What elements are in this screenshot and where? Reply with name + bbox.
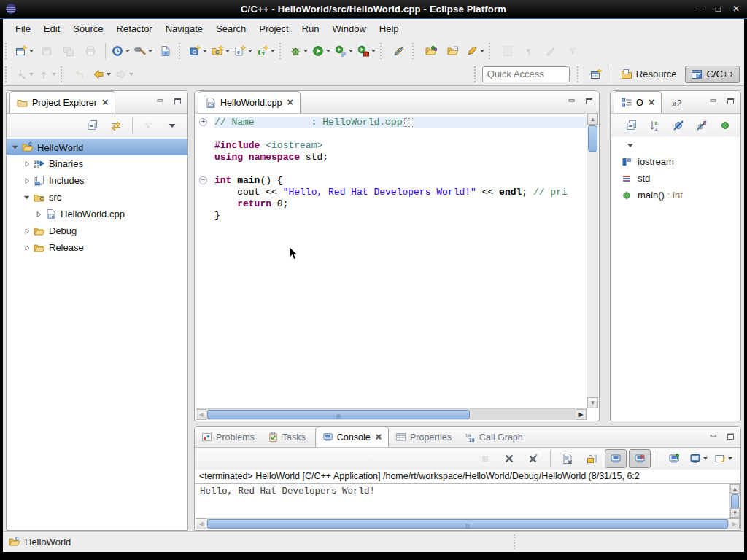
collapse-arrow-icon[interactable] — [21, 193, 33, 202]
tab-console[interactable]: Console❌︎ — [315, 427, 389, 447]
g-wizard-button[interactable]: G — [255, 42, 277, 61]
pin-console-button[interactable] — [663, 449, 685, 468]
view-stack-overflow[interactable]: »2 — [672, 98, 681, 113]
toolbar-gripper[interactable] — [279, 43, 285, 59]
outline-item-main[interactable]: main() : int — [611, 187, 740, 203]
binary-file-button[interactable]: 010 — [155, 42, 177, 61]
expand-arrow-icon[interactable] — [21, 244, 33, 252]
close-icon[interactable]: ❌︎ — [376, 432, 382, 442]
view-menu-button[interactable] — [161, 116, 183, 135]
hide-static-button[interactable]: S — [691, 116, 713, 135]
tab-tasks[interactable]: Tasks — [261, 427, 312, 447]
dropdown-arrow-icon[interactable] — [326, 50, 330, 52]
clear-console-button[interactable] — [557, 449, 578, 468]
dropdown-arrow-icon[interactable] — [248, 50, 252, 52]
outline-item-std[interactable]: std — [611, 170, 740, 187]
open-resource-folder-button[interactable] — [442, 42, 464, 61]
editor-vertical-scrollbar[interactable]: ▲︎ ▼︎ — [587, 114, 598, 408]
open-perspective-button[interactable] — [585, 65, 607, 84]
folded-region-box[interactable] — [404, 118, 414, 127]
menu-help[interactable]: Help — [373, 20, 406, 37]
annotation-pen-button[interactable] — [464, 42, 487, 61]
toolbar-gripper[interactable] — [474, 66, 479, 82]
close-icon[interactable]: ❌︎ — [102, 98, 108, 107]
tree-item-helloworld[interactable]: CHelloWorld — [7, 139, 187, 155]
dropdown-arrow-icon[interactable] — [371, 50, 376, 52]
dropdown-arrow-icon[interactable] — [125, 50, 130, 52]
editor-horizontal-scrollbar[interactable]: ◀︎ ||| ▶︎ — [196, 408, 587, 420]
maximize-view-button[interactable] — [173, 96, 183, 106]
open-console-button[interactable] — [712, 449, 735, 468]
tree-item-includes[interactable]: hIncludes — [7, 172, 187, 189]
toolbar-gripper[interactable] — [5, 43, 10, 59]
dropdown-arrow-icon[interactable] — [203, 50, 207, 52]
menu-navigate[interactable]: Navigate — [159, 20, 209, 37]
fold-collapse-icon[interactable]: − — [199, 176, 207, 184]
tree-item-binaries[interactable]: 1001Binaries — [7, 155, 187, 172]
display-console-button[interactable] — [687, 449, 710, 468]
tab-helloworld-cpp[interactable]: .c HelloWorld.cpp ❌︎ — [198, 91, 301, 113]
back-arrow-button[interactable] — [90, 65, 113, 84]
link-editor-button[interactable] — [105, 116, 127, 135]
bug-button[interactable] — [287, 42, 310, 61]
sort-az-button[interactable]: az — [644, 116, 666, 135]
tab-project-explorer[interactable]: Project Explorer ❌︎ — [9, 91, 115, 113]
toolbar-gripper[interactable] — [380, 43, 385, 59]
dropdown-arrow-icon[interactable] — [303, 50, 308, 52]
tab-problems[interactable]: Problems — [195, 427, 261, 447]
quick-access-input[interactable] — [482, 66, 570, 82]
minimize-view-button[interactable] — [567, 96, 577, 106]
toolbar-gripper[interactable] — [179, 43, 184, 59]
console-horizontal-scrollbar[interactable]: ◀︎ ||| ▶︎ — [196, 518, 740, 529]
dropdown-arrow-icon[interactable] — [29, 50, 34, 52]
open-type-folder-button[interactable] — [420, 42, 442, 61]
hide-fields-button[interactable] — [667, 116, 689, 135]
run-list-button[interactable] — [333, 42, 355, 61]
minimize-view-button[interactable] — [708, 432, 719, 442]
menu-project[interactable]: Project — [252, 20, 295, 37]
menu-run[interactable]: Run — [295, 20, 326, 37]
tab-outline[interactable]: O ❌︎ — [614, 91, 662, 113]
run-toolbox-button[interactable] — [355, 42, 378, 61]
menu-window[interactable]: Window — [326, 20, 373, 37]
fold-expand-icon[interactable]: + — [199, 118, 207, 126]
remove-all-launches-button[interactable] — [522, 449, 544, 468]
expand-arrow-icon[interactable] — [21, 227, 33, 236]
scroll-lock-button[interactable] — [581, 449, 603, 468]
scroll-left-icon[interactable]: ◀︎ — [196, 409, 206, 420]
expand-arrow-icon[interactable] — [21, 160, 33, 168]
clock-button[interactable] — [109, 42, 132, 61]
dropdown-arrow-icon[interactable] — [52, 73, 56, 76]
collapse-all-button[interactable] — [621, 116, 643, 135]
toolbar-gripper[interactable] — [489, 43, 494, 59]
remove-launch-button[interactable] — [498, 449, 520, 468]
collapse-all-button[interactable] — [82, 116, 104, 135]
dropdown-arrow-icon[interactable] — [271, 50, 275, 52]
close-icon[interactable]: ❌︎ — [287, 98, 293, 107]
console-vertical-scrollbar[interactable]: ▲︎ ▼︎ — [729, 484, 740, 518]
tree-item-helloworld-cpp[interactable]: .cHelloWorld.cpp — [7, 206, 187, 222]
dropdown-arrow-icon[interactable] — [107, 73, 111, 76]
new-wizard-button[interactable] — [13, 42, 36, 61]
toolbar-gripper[interactable] — [577, 66, 582, 82]
expand-arrow-icon[interactable] — [21, 176, 33, 185]
code-editor[interactable]: +// Name : HelloWorld.cpp#include <iostr… — [196, 114, 587, 408]
show-stderr-button[interactable] — [629, 449, 651, 468]
menu-source[interactable]: Source — [66, 20, 109, 37]
maximize-view-button[interactable] — [584, 96, 595, 106]
scrollbar-thumb[interactable]: ||| — [207, 519, 728, 529]
scrollbar-thumb[interactable]: ||| — [207, 410, 470, 419]
tab-properties[interactable]: Properties — [389, 427, 458, 447]
scroll-down-icon[interactable]: ▼︎ — [587, 397, 598, 408]
pencil-slash-button[interactable] — [388, 42, 410, 61]
perspective-resource[interactable]: Resource — [615, 66, 683, 83]
show-public-button[interactable] — [714, 116, 736, 135]
expand-arrow-icon[interactable] — [33, 210, 44, 219]
dropdown-arrow-icon[interactable] — [129, 73, 133, 76]
new-c-file-button[interactable]: c — [232, 42, 255, 61]
console-output[interactable]: Hello, Red Hat Developers World! — [196, 484, 730, 518]
toolbar-gripper[interactable] — [5, 66, 10, 82]
minimize-button[interactable]: ― — [695, 4, 704, 13]
dropdown-arrow-icon[interactable] — [148, 50, 152, 52]
outline-item-iostream[interactable]: iostream — [611, 153, 740, 170]
